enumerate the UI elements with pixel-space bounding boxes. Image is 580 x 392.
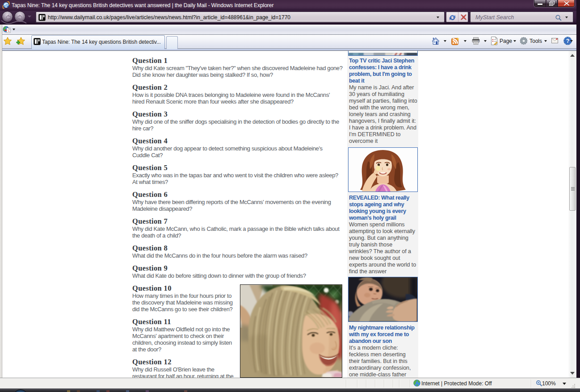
svg-text:?: ?: [566, 38, 570, 44]
